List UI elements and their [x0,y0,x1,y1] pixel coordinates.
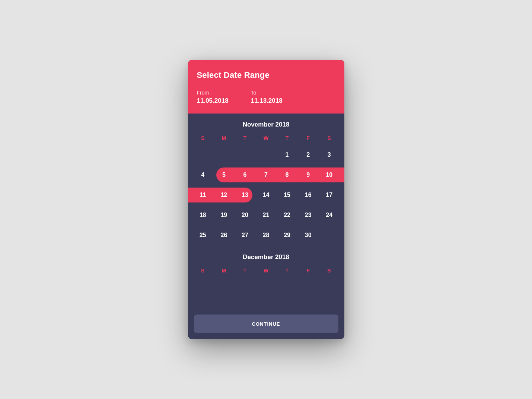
dow-mon: M [213,268,235,274]
day-cell[interactable]: 9 [297,167,319,182]
dow-row: S M T W T F S [192,268,340,274]
date-picker-card: Select Date Range From 11.05.2018 To 11.… [188,60,344,339]
day-cell[interactable]: 6 [235,167,256,182]
dow-sun: S [192,135,214,141]
picker-header: Select Date Range From 11.05.2018 To 11.… [188,60,344,114]
dow-tue: T [235,268,256,274]
dow-tue: T [235,135,256,141]
calendar-scroll-area[interactable]: November 2018 S M T W T F S 1 2 3 [188,114,344,339]
day-cell[interactable]: 23 [297,208,319,223]
month-title: December 2018 [192,253,340,261]
range-row: From 11.05.2018 To 11.13.2018 [197,90,335,105]
to-value: 11.13.2018 [251,97,283,105]
day-cell[interactable]: 10 [319,167,340,182]
week-row: 18 19 20 21 22 23 24 [192,205,340,225]
month-december: December 2018 S M T W T F S [192,253,340,274]
to-label: To [251,90,283,96]
day-cell[interactable]: 12 [213,188,235,202]
dow-mon: M [213,135,235,141]
day-cell[interactable]: 29 [277,228,298,243]
dow-thu: T [277,268,298,274]
dow-sat: S [319,135,340,141]
day-cell[interactable]: 13 [235,188,256,202]
day-cell[interactable]: 21 [255,208,277,223]
day-cell[interactable]: 7 [255,167,277,182]
day-cell[interactable]: 28 [255,228,277,243]
footer: CONTINUE [188,309,344,339]
day-cell[interactable]: 20 [235,208,256,223]
day-cell[interactable]: 5 [213,167,235,182]
day-cell[interactable]: 16 [297,188,319,202]
dow-wed: W [255,268,277,274]
day-cell[interactable]: 2 [297,147,319,162]
day-cell[interactable]: 30 [297,228,319,243]
day-cell[interactable]: 25 [192,228,214,243]
week-row: 25 26 27 28 29 30 [192,225,340,245]
month-title: November 2018 [192,121,340,128]
from-block[interactable]: From 11.05.2018 [197,90,229,105]
day-cell[interactable]: 18 [192,208,214,223]
dow-row: S M T W T F S [192,135,340,141]
dow-fri: F [297,135,319,141]
day-cell[interactable]: 26 [213,228,235,243]
dow-sat: S [319,268,340,274]
week-row: 11 12 13 14 15 16 17 [192,185,340,205]
day-cell[interactable]: 19 [213,208,235,223]
from-value: 11.05.2018 [197,97,229,105]
day-cell[interactable]: 27 [235,228,256,243]
week-row: 1 2 3 [192,145,340,165]
from-label: From [197,90,229,96]
day-cell[interactable]: 3 [319,147,340,162]
picker-title: Select Date Range [197,70,335,80]
day-cell[interactable]: 14 [255,188,277,202]
month-november: November 2018 S M T W T F S 1 2 3 [192,121,340,245]
day-cell[interactable]: 15 [277,188,298,202]
day-cell[interactable]: 8 [277,167,298,182]
day-cell[interactable]: 24 [319,208,340,223]
dow-fri: F [297,268,319,274]
continue-button[interactable]: CONTINUE [194,315,338,333]
dow-wed: W [255,135,277,141]
to-block[interactable]: To 11.13.2018 [251,90,283,105]
dow-thu: T [277,135,298,141]
dow-sun: S [192,268,214,274]
day-cell[interactable]: 11 [192,188,214,202]
day-cell[interactable]: 1 [277,147,298,162]
week-row: 4 5 6 7 8 9 10 [192,165,340,185]
day-cell[interactable]: 22 [277,208,298,223]
day-cell[interactable]: 17 [319,188,340,202]
day-cell[interactable]: 4 [192,167,214,182]
